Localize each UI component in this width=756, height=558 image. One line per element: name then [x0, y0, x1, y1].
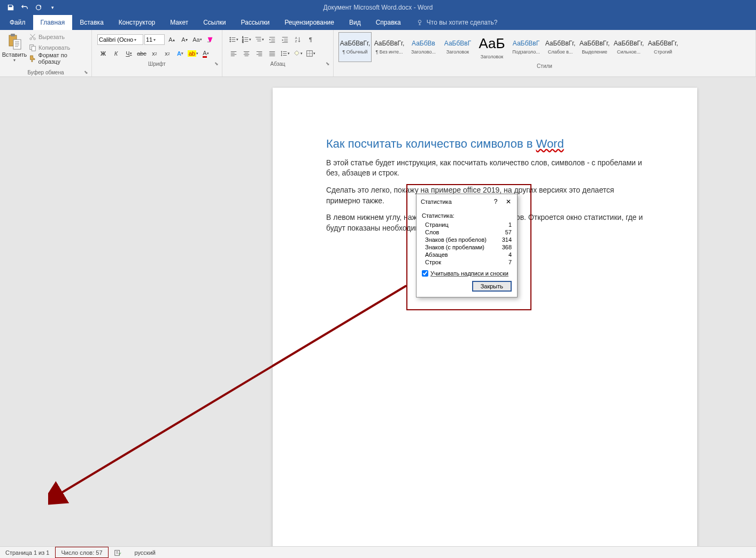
borders-button[interactable]: ▾: [305, 48, 317, 59]
stat-row: Страниц1: [422, 221, 512, 228]
format-painter-button[interactable]: Формат по образцу: [29, 53, 89, 63]
style-item-4[interactable]: АаБЗаголовок: [475, 32, 508, 62]
tab-mailings[interactable]: Рассылки: [233, 15, 277, 30]
svg-rect-8: [32, 46, 35, 51]
align-right-button[interactable]: [253, 48, 265, 59]
multilevel-list-button[interactable]: ▾: [253, 34, 265, 45]
align-left-button[interactable]: [228, 48, 240, 59]
stat-row: Слов57: [422, 228, 512, 236]
group-styles: АаБбВвГг,¶ ОбычныйАаБбВвГг,¶ Без инте...…: [334, 30, 756, 77]
tab-file[interactable]: Файл: [2, 15, 33, 30]
tab-home[interactable]: Главная: [33, 15, 73, 30]
dialog-close-x-button[interactable]: ✕: [502, 196, 515, 207]
group-styles-label: Стили: [537, 63, 552, 69]
style-item-3[interactable]: АаБбВвГЗаголовок: [441, 32, 474, 62]
copy-button[interactable]: Копировать: [29, 43, 89, 52]
tab-design[interactable]: Конструктор: [111, 15, 163, 30]
stat-row: Знаков (без пробелов)314: [422, 236, 512, 243]
stat-row: Знаков (с пробелами)368: [422, 243, 512, 251]
tab-references[interactable]: Ссылки: [196, 15, 233, 30]
shrink-font-button[interactable]: A▾: [179, 34, 190, 45]
italic-button[interactable]: К: [110, 48, 122, 59]
style-item-6[interactable]: АаБбВвГг,Слабое в...: [544, 32, 577, 62]
change-case-button[interactable]: Aa▾: [191, 34, 203, 45]
font-color-button[interactable]: A▾: [200, 48, 212, 59]
tab-help[interactable]: Справка: [368, 15, 408, 30]
svg-point-9: [230, 37, 231, 39]
underline-button[interactable]: Ч▾: [123, 48, 135, 59]
increase-indent-button[interactable]: [279, 34, 291, 45]
style-item-8[interactable]: АаБбВвГг,Сильное...: [612, 32, 645, 62]
titlebar: ▾ Документ Microsoft Word.docx - Word: [0, 0, 756, 15]
clipboard-launcher[interactable]: ⬊: [84, 70, 88, 75]
paste-button[interactable]: Вставить ▾: [2, 31, 27, 68]
group-paragraph: ▾ 123▾ ▾ AZ ¶ ▾ ▾ ▾ Абзац⬊: [222, 30, 334, 77]
style-item-1[interactable]: АаБбВвГг,¶ Без инте...: [373, 32, 406, 62]
status-language[interactable]: русский: [129, 547, 161, 558]
document-heading: Как посчитать количество символов в Word: [326, 136, 644, 152]
svg-point-6: [34, 38, 36, 40]
font-size-combo[interactable]: 11▾: [144, 34, 165, 45]
dialog-help-button[interactable]: ?: [489, 196, 502, 207]
subscript-button[interactable]: x2: [149, 48, 160, 59]
dialog-subheader: Статистика:: [422, 212, 512, 219]
font-launcher[interactable]: ⬊: [214, 61, 219, 66]
tab-layout[interactable]: Макет: [163, 15, 196, 30]
window-title: Документ Microsoft Word.docx - Word: [323, 4, 433, 11]
tell-me-label: Что вы хотите сделать?: [427, 19, 498, 26]
decrease-indent-button[interactable]: [266, 34, 278, 45]
dialog-checkbox-input[interactable]: [422, 270, 428, 277]
show-marks-button[interactable]: ¶: [305, 34, 317, 45]
dialog-title: Статистика: [421, 198, 452, 205]
style-item-7[interactable]: АаБбВвГг,Выделение: [578, 32, 611, 62]
paragraph-launcher[interactable]: ⬊: [326, 61, 330, 66]
document-paragraph-1: В этой статье будет инструкция, как посч…: [326, 158, 644, 179]
dialog-checkbox[interactable]: Учитывать надписи и сноски: [422, 270, 512, 277]
save-button[interactable]: [4, 1, 17, 14]
style-item-5[interactable]: АаБбВвГПодзаголо...: [510, 32, 543, 62]
sort-button[interactable]: AZ: [292, 34, 304, 45]
dialog-checkbox-label: Учитывать надписи и сноски: [430, 270, 508, 277]
statistics-dialog: Статистика ? ✕ Статистика: Страниц1Слов5…: [416, 194, 518, 297]
group-font: Calibri (Осно▾ 11▾ A▴ A▾ Aa▾ Ж К Ч▾ abc …: [92, 30, 222, 77]
cut-button[interactable]: Вырезать: [29, 32, 89, 42]
group-font-label: Шрифт: [148, 61, 166, 67]
shading-button[interactable]: ▾: [292, 48, 304, 59]
text-effects-button[interactable]: A▾: [174, 48, 186, 59]
paste-label: Вставить: [2, 51, 27, 58]
document-area[interactable]: Как посчитать количество символов в Word…: [0, 77, 756, 546]
tab-review[interactable]: Рецензирование: [277, 15, 342, 30]
style-item-2[interactable]: АаБбВвЗаголово...: [407, 32, 440, 62]
style-item-0[interactable]: АаБбВвГг,¶ Обычный: [338, 32, 372, 62]
stat-row: Строк7: [422, 258, 512, 266]
svg-rect-3: [11, 34, 15, 36]
bullets-button[interactable]: ▾: [228, 34, 240, 45]
svg-point-11: [230, 41, 231, 42]
clear-formatting-button[interactable]: [204, 34, 216, 45]
grow-font-button[interactable]: A▴: [166, 34, 178, 45]
font-name-combo[interactable]: Calibri (Осно▾: [97, 34, 143, 45]
align-center-button[interactable]: [241, 48, 252, 59]
tab-insert[interactable]: Вставка: [72, 15, 111, 30]
numbering-button[interactable]: 123▾: [241, 34, 252, 45]
qat-customize-button[interactable]: ▾: [46, 1, 59, 14]
svg-text:3: 3: [242, 41, 244, 43]
highlight-button[interactable]: ab▾: [187, 48, 199, 59]
line-spacing-button[interactable]: ▾: [279, 48, 291, 59]
tell-me-search[interactable]: Что вы хотите сделать?: [408, 15, 505, 30]
undo-button[interactable]: [18, 1, 31, 14]
justify-button[interactable]: [266, 48, 278, 59]
style-item-9[interactable]: АаБбВвГг,Строгий: [646, 32, 680, 62]
document-page: Как посчитать количество символов в Word…: [273, 88, 697, 546]
dialog-close-button[interactable]: Закрыть: [472, 281, 512, 292]
group-clipboard: Вставить ▾ Вырезать Копировать Формат по…: [0, 30, 92, 77]
status-word-count[interactable]: Число слов: 57: [55, 547, 108, 558]
strikethrough-button[interactable]: abc: [136, 48, 148, 59]
stat-row: Абзацев4: [422, 251, 512, 258]
status-proofing[interactable]: [109, 547, 129, 558]
superscript-button[interactable]: x2: [161, 48, 173, 59]
bold-button[interactable]: Ж: [97, 48, 109, 59]
tab-view[interactable]: Вид: [342, 15, 368, 30]
redo-button[interactable]: [32, 1, 45, 14]
status-page[interactable]: Страница 1 из 1: [0, 547, 55, 558]
